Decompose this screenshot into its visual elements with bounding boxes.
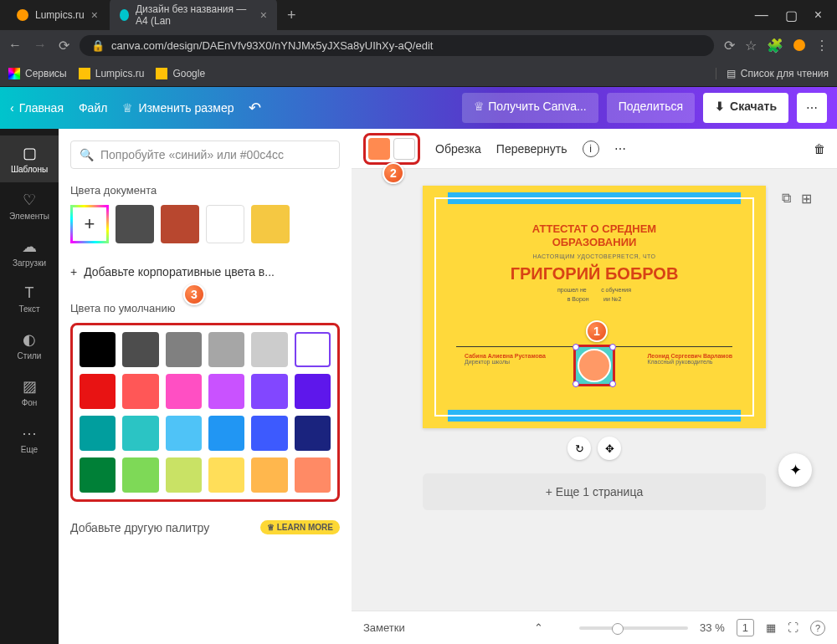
close-window-icon[interactable]: ×	[814, 8, 822, 23]
flip-button[interactable]: Перевернуть	[496, 142, 567, 156]
color-search-input[interactable]: 🔍 Попробуйте «синий» или #00c4cc	[70, 141, 340, 169]
color-swatch[interactable]	[295, 332, 331, 367]
move-icon[interactable]: ✥	[598, 437, 621, 460]
color-swatch[interactable]	[208, 374, 244, 409]
reading-list-button[interactable]: ▤Список для чтения	[716, 68, 829, 79]
reload-icon[interactable]: ⟳	[59, 38, 69, 54]
page-indicator[interactable]: 1	[737, 619, 754, 636]
add-brand-colors-button[interactable]: +Добавьте корпоративные цвета в...	[70, 258, 340, 285]
border-color-button[interactable]	[393, 138, 415, 160]
add-page-icon[interactable]: ⊞	[801, 191, 812, 207]
tutorial-badge-1: 1	[586, 320, 608, 342]
color-swatch[interactable]	[166, 374, 202, 409]
menu-icon[interactable]: ⋮	[815, 38, 829, 54]
color-swatch[interactable]	[208, 416, 244, 451]
color-swatch[interactable]	[166, 416, 202, 451]
chevron-up-icon[interactable]: ⌃	[534, 621, 543, 634]
fullscreen-icon[interactable]: ⛶	[788, 621, 798, 634]
crop-button[interactable]: Обрезка	[435, 142, 481, 156]
more-icon[interactable]: ⋯	[614, 142, 626, 156]
zoom-value[interactable]: 33 %	[700, 621, 725, 634]
sidebar-item-more[interactable]: ⋯Еще	[0, 416, 59, 463]
tutorial-badge-2: 2	[383, 162, 404, 184]
browser-tab-lumpics[interactable]: Lumpics.ru ×	[7, 3, 108, 27]
color-swatch[interactable]	[251, 457, 287, 493]
sidebar-item-text[interactable]: TТекст	[0, 276, 59, 322]
profile-avatar[interactable]	[793, 39, 805, 51]
delete-button[interactable]: 🗑	[814, 142, 825, 156]
color-swatch[interactable]	[251, 416, 287, 451]
color-swatch[interactable]	[251, 332, 287, 367]
new-tab-button[interactable]: +	[279, 7, 305, 24]
forward-icon[interactable]: →	[33, 38, 47, 54]
fill-color-button[interactable]	[368, 138, 390, 160]
file-button[interactable]: Файл	[79, 101, 107, 115]
color-swatch[interactable]	[122, 416, 158, 451]
favicon-icon	[120, 9, 129, 21]
learn-more-button[interactable]: ♕LEARN MORE	[260, 520, 340, 534]
undo-icon[interactable]: ↶	[249, 99, 261, 117]
canvas-page[interactable]: АТТЕСТАТ О СРЕДНЕМ ОБРАЗОВАНИИ НАСТОЯЩИМ…	[423, 186, 766, 428]
sidebar-item-uploads[interactable]: ☁Загрузки	[0, 229, 59, 276]
color-swatch[interactable]	[116, 205, 154, 243]
bookmark-lumpics[interactable]: Lumpics.ru	[79, 68, 145, 79]
color-swatch[interactable]	[80, 332, 116, 367]
notes-button[interactable]: Заметки	[363, 621, 405, 634]
seal-circle[interactable]	[578, 349, 611, 382]
color-swatch[interactable]	[208, 457, 244, 493]
color-swatch[interactable]	[208, 332, 244, 367]
resize-button[interactable]: ♕Изменить размер	[122, 101, 234, 115]
color-swatch[interactable]	[161, 205, 199, 243]
sidebar-item-background[interactable]: ▨Фон	[0, 369, 59, 416]
bookmark-google[interactable]: Google	[156, 68, 205, 79]
close-icon[interactable]: ×	[91, 8, 98, 22]
color-swatch[interactable]	[166, 457, 202, 493]
apps-icon	[8, 68, 20, 79]
sidebar-item-templates[interactable]: ▢Шаблоны	[0, 135, 59, 182]
share-icon[interactable]: ⟳	[724, 38, 735, 54]
color-swatch[interactable]	[122, 457, 158, 493]
back-icon[interactable]: ←	[8, 38, 22, 54]
color-swatch[interactable]	[251, 374, 287, 409]
more-button[interactable]: ⋯	[797, 93, 827, 123]
extension-icon[interactable]: 🧩	[767, 38, 783, 54]
color-swatch[interactable]	[206, 205, 244, 243]
sidebar-item-elements[interactable]: ♡Элементы	[0, 182, 59, 229]
rotate-icon[interactable]: ↻	[567, 437, 591, 460]
color-swatch[interactable]	[295, 457, 331, 493]
add-color-button[interactable]: +	[70, 205, 109, 243]
color-swatch[interactable]	[122, 332, 158, 367]
color-swatch[interactable]	[80, 457, 116, 493]
maximize-icon[interactable]: ▢	[785, 8, 798, 23]
color-swatch[interactable]	[80, 416, 116, 451]
sidebar-item-styles[interactable]: ◐Стили	[0, 322, 59, 369]
close-icon[interactable]: ×	[260, 8, 267, 22]
grid-view-icon[interactable]: ▦	[766, 621, 776, 634]
color-swatch[interactable]	[295, 416, 331, 451]
add-page-button[interactable]: + Еще 1 страница	[423, 473, 766, 510]
url-input[interactable]: 🔒 canva.com/design/DAEnVfv93X0/nYNJMx5yJ…	[80, 35, 714, 56]
color-swatch[interactable]	[251, 205, 290, 243]
magic-button[interactable]: ✦	[778, 453, 812, 487]
color-swatch[interactable]	[166, 332, 202, 367]
home-button[interactable]: ‹Главная	[10, 101, 64, 115]
info-icon[interactable]: i	[583, 141, 599, 157]
help-icon[interactable]: ?	[810, 621, 825, 636]
bookmark-services[interactable]: Сервисы	[8, 68, 67, 79]
get-pro-button[interactable]: ♕ Получить Canva...	[462, 93, 598, 123]
list-icon: ▤	[727, 68, 736, 79]
zoom-slider[interactable]	[579, 626, 688, 630]
star-icon[interactable]: ☆	[745, 38, 757, 54]
cert-title: АТТЕСТАТ О СРЕДНЕМ	[423, 222, 766, 236]
duplicate-page-icon[interactable]: ⧉	[782, 191, 791, 207]
color-swatch[interactable]	[122, 374, 158, 409]
share-button[interactable]: Поделиться	[607, 93, 695, 123]
color-swatch[interactable]	[80, 374, 116, 409]
color-swatch[interactable]	[295, 374, 331, 409]
minimize-icon[interactable]: —	[755, 8, 768, 23]
elements-icon: ♡	[23, 191, 36, 209]
download-button[interactable]: ⬇Скачать	[703, 93, 788, 123]
add-palette-label[interactable]: Добавьте другую палитру	[70, 521, 209, 534]
browser-tab-canva[interactable]: Дизайн без названия — A4 (Lan ×	[110, 0, 277, 32]
selected-element[interactable]: 1	[573, 345, 615, 386]
